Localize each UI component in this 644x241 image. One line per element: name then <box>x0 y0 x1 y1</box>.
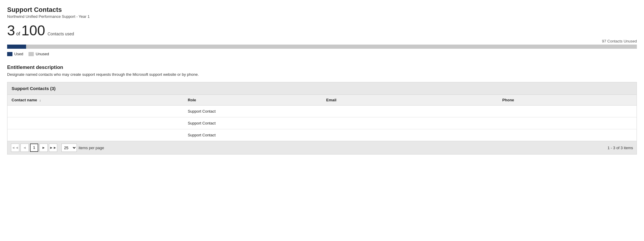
col-email-label: Email <box>326 98 336 102</box>
cell-phone <box>498 117 637 129</box>
table-header-row: Contact name ↓ Role Email Phone <box>7 95 637 105</box>
legend-row: Used Unused <box>7 52 637 56</box>
table-row: Support Contact <box>7 117 637 129</box>
entitlement-section: Entitlement description Designate named … <box>7 64 637 77</box>
col-header-phone: Phone <box>498 95 637 105</box>
per-page-select[interactable]: 10 25 50 100 <box>61 144 77 152</box>
col-role-label: Role <box>188 98 196 102</box>
progress-bar-container <box>7 45 637 49</box>
pagination-controls: ◄◄ ◄ 1 ► ►► 10 25 50 100 items per page <box>11 144 104 152</box>
unused-right-label: 97 Contacts Unused <box>7 39 637 43</box>
table-section-title: Support Contacts (3) <box>7 82 637 95</box>
entitlement-description: Designate named contacts who may create … <box>7 72 637 77</box>
pagination-row: ◄◄ ◄ 1 ► ►► 10 25 50 100 items per page … <box>7 141 637 154</box>
sort-arrow-name: ↓ <box>39 98 41 102</box>
col-header-role: Role <box>184 95 322 105</box>
cell-email <box>322 117 498 129</box>
page-prev-button[interactable]: ◄ <box>20 144 29 152</box>
legend-used-label: Used <box>14 52 23 56</box>
col-header-email: Email <box>322 95 498 105</box>
legend-used-item: Used <box>7 52 23 56</box>
contacts-used-label: Contacts used <box>47 31 74 36</box>
entitlement-title: Entitlement description <box>7 64 637 70</box>
used-count: 3 <box>7 23 15 38</box>
contacts-table: Contact name ↓ Role Email Phone Support … <box>7 95 637 141</box>
cell-phone <box>498 105 637 117</box>
col-phone-label: Phone <box>502 98 514 102</box>
total-count: 100 <box>21 23 45 38</box>
page-first-button[interactable]: ◄◄ <box>11 144 19 152</box>
page-subtitle: Northwind Unified Performance Support - … <box>7 14 637 19</box>
table-row: Support Contact <box>7 129 637 141</box>
per-page-label: items per page <box>79 146 104 150</box>
pagination-summary: 1 - 3 of 3 items <box>608 146 633 150</box>
legend-unused-item: Unused <box>28 52 49 56</box>
cell-role: Support Contact <box>184 129 322 141</box>
page-number-1[interactable]: 1 <box>30 144 38 152</box>
cell-contact-name <box>7 117 184 129</box>
of-label: of <box>16 31 20 37</box>
page-last-button[interactable]: ►► <box>49 144 57 152</box>
col-name-label: Contact name <box>12 98 37 102</box>
page-title: Support Contacts <box>7 6 637 14</box>
col-header-name[interactable]: Contact name ↓ <box>7 95 184 105</box>
unused-swatch <box>28 52 34 56</box>
legend-unused-label: Unused <box>36 52 49 56</box>
page-next-button[interactable]: ► <box>39 144 48 152</box>
cell-contact-name <box>7 105 184 117</box>
support-contacts-table-wrapper: Support Contacts (3) Contact name ↓ Role… <box>7 82 637 155</box>
table-row: Support Contact <box>7 105 637 117</box>
cell-email <box>322 105 498 117</box>
contacts-count-row: 3 of 100 Contacts used <box>7 23 637 38</box>
progress-bar-fill <box>7 45 26 49</box>
cell-contact-name <box>7 129 184 141</box>
per-page-select-wrapper: 10 25 50 100 items per page <box>61 144 104 152</box>
cell-phone <box>498 129 637 141</box>
cell-role: Support Contact <box>184 105 322 117</box>
cell-role: Support Contact <box>184 117 322 129</box>
used-swatch <box>7 52 12 56</box>
cell-email <box>322 129 498 141</box>
